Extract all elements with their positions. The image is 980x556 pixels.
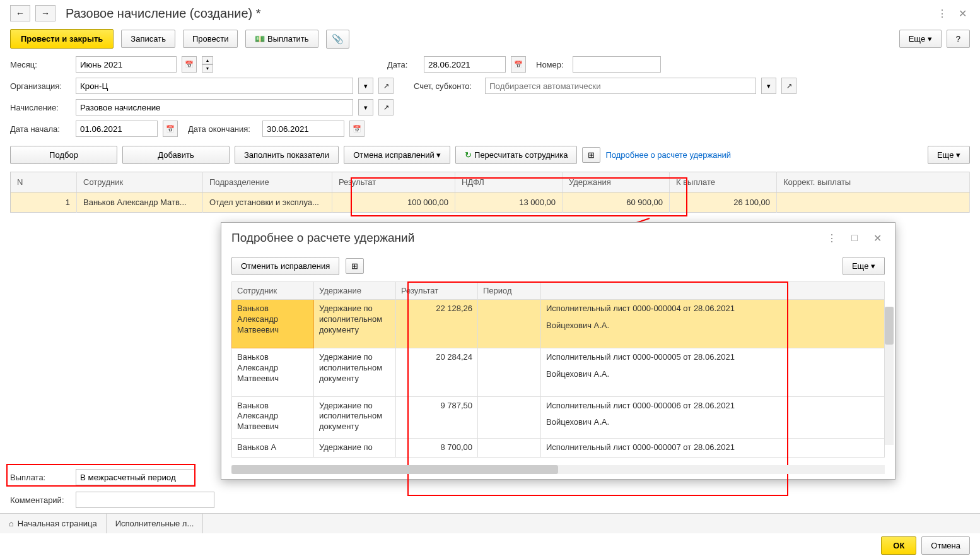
calendar-icon[interactable]: 📅 [182,56,197,73]
table-more-label: Еще [937,150,954,160]
popup-undo-button[interactable]: Отменить исправления [231,257,339,275]
dcell-employee: Ваньков Александр Матвеевич [232,348,314,396]
popup-more-label: Еще [852,261,868,271]
popup-title: Подробнее о расчете удержаний [231,231,414,245]
detail-header-row: Сотрудник Удержание Результат Период [232,282,885,300]
close-icon[interactable]: ✕ [955,6,970,21]
nav-back-button[interactable]: ← [10,5,30,21]
menu-icon[interactable]: ⋮ [935,6,950,21]
more-button[interactable]: Еще ▾ [899,30,942,48]
popup-more-button[interactable]: Еще ▾ [843,257,885,275]
number-input[interactable] [573,56,661,73]
account-input[interactable] [485,78,756,94]
post-close-button[interactable]: Провести и закрыть [10,29,114,49]
calendar-icon[interactable]: 📅 [163,121,178,137]
popup-menu-icon[interactable]: ⋮ [824,230,839,245]
open-icon[interactable]: ↗ [378,99,394,115]
dcol-deduction: Удержание [314,282,396,300]
dcell-desc: Исполнительный лист 0000-000005 от 28.06… [541,348,885,396]
tab-home[interactable]: ⌂Начальная страница [0,514,107,533]
comment-input[interactable] [76,492,214,508]
dcol-desc [541,282,885,300]
post-button[interactable]: Провести [183,30,238,48]
start-input[interactable] [76,121,158,137]
dcol-result: Результат [396,282,478,300]
dcell-deduction: Удержание по исполнительном документу [314,396,396,439]
dcell-period [478,300,541,348]
fill-button[interactable]: Заполнить показатели [235,146,339,164]
dcell-desc: Исполнительный лист 0000-000004 от 28.06… [541,300,885,348]
attach-button[interactable]: 📎 [326,30,349,49]
calendar-icon[interactable]: 📅 [511,56,526,73]
popup-table-config-icon[interactable]: ⊞ [346,258,364,274]
table-row[interactable]: 1 Ваньков Александр Матв... Отдел устано… [11,192,970,213]
detail-row[interactable]: Ваньков Александр Матвеевич Удержание по… [232,300,885,348]
desc-line2: Войцехович А.А. [546,369,879,380]
number-label: Номер: [536,60,568,69]
details-link[interactable]: Подробнее о расчете удержаний [605,150,731,160]
undo-button[interactable]: Отмена исправлений ▾ [344,146,450,164]
desc-line2: Войцехович А.А. [546,321,879,331]
calendar-icon[interactable]: 📅 [349,121,365,137]
vertical-scrollbar[interactable] [885,307,894,445]
desc-line1: Исполнительный лист 0000-000007 от 28.06… [546,442,879,453]
dcell-desc: Исполнительный лист 0000-000007 от 28.06… [541,439,885,458]
recalc-button[interactable]: ↻ Пересчитать сотрудника [455,146,577,164]
recalc-label: Пересчитать сотрудника [474,150,568,160]
comment-label: Комментарий: [10,495,71,505]
dcell-result: 22 128,26 [396,300,478,348]
popup-maximize-icon[interactable]: □ [847,230,862,245]
dcol-employee: Сотрудник [232,282,314,300]
ok-button[interactable]: ОК [881,536,916,555]
nav-forward-button[interactable]: → [35,5,55,21]
dcell-result: 9 787,50 [396,396,478,439]
date-label: Дата: [387,60,419,69]
detail-row[interactable]: Ваньков А Удержание по 8 700,00 Исполнит… [232,439,885,458]
cell-payable: 26 100,00 [670,192,777,213]
scroll-thumb[interactable] [885,307,894,345]
dropdown-icon[interactable]: ▾ [358,99,373,115]
tab-exec[interactable]: Исполнительные л... [107,514,204,533]
cell-correct [777,192,970,213]
dropdown-icon[interactable]: ▾ [761,78,776,94]
dcell-period [478,439,541,458]
date-input[interactable] [424,56,506,73]
dcell-deduction: Удержание по исполнительном документу [314,348,396,396]
cell-result: 100 000,00 [332,192,455,213]
dropdown-icon[interactable]: ▾ [358,78,373,94]
col-deductions: Удержания [563,172,670,192]
detail-row[interactable]: Ваньков Александр Матвеевич Удержание по… [232,396,885,439]
month-down-button[interactable]: ▾ [202,64,213,73]
desc-line1: Исполнительный лист 0000-000004 от 28.06… [546,304,879,314]
detail-row[interactable]: Ваньков Александр Матвеевич Удержание по… [232,348,885,396]
payout-label: Выплата: [10,473,71,482]
desc-line2: Войцехович А.А. [546,417,879,428]
cancel-button[interactable]: Отмена [921,536,970,555]
details-popup: Подробнее о расчете удержаний ⋮ □ ✕ Отме… [221,222,895,480]
cell-ndfl: 13 000,00 [455,192,563,213]
open-icon[interactable]: ↗ [378,78,394,94]
pay-label: Выплатить [267,34,309,44]
dcell-employee: Ваньков Александр Матвеевич [232,300,314,348]
desc-line1: Исполнительный лист 0000-000006 от 28.06… [546,401,879,411]
col-employee: Сотрудник [77,172,203,192]
select-button[interactable]: Подбор [10,146,117,164]
add-button[interactable]: Добавить [122,146,230,164]
end-input[interactable] [262,121,344,137]
table-config-icon[interactable]: ⊞ [582,147,600,163]
help-button[interactable]: ? [947,30,970,48]
month-up-button[interactable]: ▴ [202,56,213,64]
table-more-button[interactable]: Еще ▾ [928,146,970,164]
pay-button[interactable]: 💵 Выплатить [245,30,318,48]
payout-input[interactable] [76,469,195,485]
org-input[interactable] [76,78,353,94]
home-icon: ⌂ [9,519,14,528]
more-label: Еще [909,34,925,44]
dcell-employee: Ваньков А [232,439,314,458]
write-button[interactable]: Записать [121,30,175,48]
col-dept: Подразделение [203,172,332,192]
open-icon[interactable]: ↗ [781,78,796,94]
popup-close-icon[interactable]: ✕ [870,230,885,245]
month-input[interactable] [76,56,177,73]
accrual-input[interactable] [76,99,353,115]
